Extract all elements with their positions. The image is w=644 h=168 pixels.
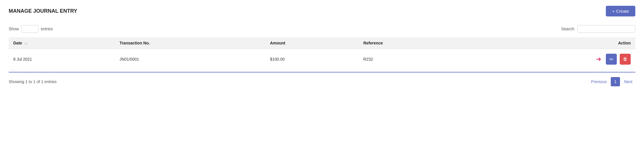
entries-label: entries bbox=[41, 27, 53, 31]
arrow-icon: ➜ bbox=[596, 55, 601, 63]
col-reference: Reference bbox=[359, 37, 468, 49]
edit-icon: ✏ bbox=[610, 57, 613, 62]
showing-text: Showing 1 to 1 of 1 entries bbox=[9, 79, 57, 84]
cell-date: 8 Jul 2021 bbox=[9, 49, 115, 70]
cell-action: ➜ ✏ 🗑 bbox=[468, 49, 635, 70]
next-button[interactable]: Next bbox=[621, 78, 635, 86]
search-input[interactable] bbox=[577, 25, 635, 33]
cell-reference: R232 bbox=[359, 49, 468, 70]
create-button[interactable]: + Create bbox=[606, 6, 635, 16]
search-label: Search: bbox=[561, 27, 575, 31]
previous-button[interactable]: Previous bbox=[588, 78, 610, 86]
delete-button[interactable]: 🗑 bbox=[620, 54, 631, 65]
cell-amount: $100.00 bbox=[265, 49, 359, 70]
pagination: Previous 1 Next bbox=[588, 77, 635, 86]
show-entries-input[interactable]: 10 bbox=[21, 25, 38, 33]
delete-icon: 🗑 bbox=[623, 57, 628, 62]
page-number-button[interactable]: 1 bbox=[611, 77, 620, 86]
col-date: Date ↑↓ bbox=[9, 37, 115, 49]
show-label: Show bbox=[9, 27, 19, 31]
col-amount: Amount bbox=[265, 37, 359, 49]
col-action: Action bbox=[468, 37, 635, 49]
sort-icon[interactable]: ↑↓ bbox=[24, 42, 27, 45]
table-row: 8 Jul 2021 JN01/0001 $100.00 R232 ➜ ✏ 🗑 bbox=[9, 49, 635, 70]
cell-transaction-no: JN01/0001 bbox=[115, 49, 265, 70]
journal-table: Date ↑↓ Transaction No. Amount Reference… bbox=[9, 37, 635, 70]
page-title: MANAGE JOURNAL ENTRY bbox=[9, 8, 77, 14]
col-transaction-no: Transaction No. bbox=[115, 37, 265, 49]
edit-button[interactable]: ✏ bbox=[606, 54, 617, 65]
